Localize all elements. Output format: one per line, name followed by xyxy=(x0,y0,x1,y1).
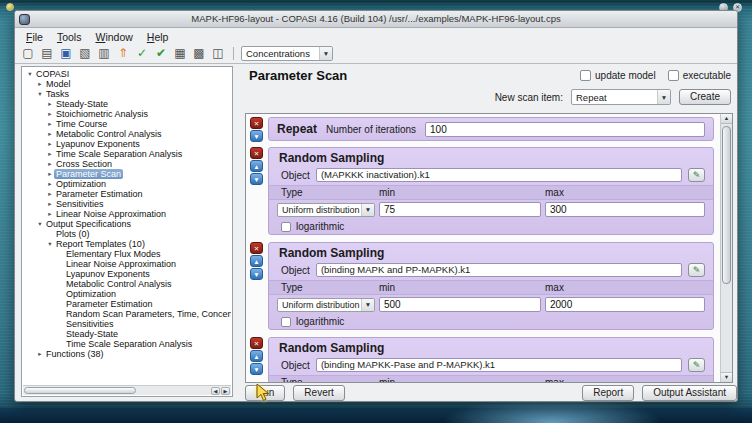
distribution-dropdown[interactable]: Uniform distribution▼ xyxy=(277,203,375,217)
tree-item-sensitivities[interactable]: ▸Sensitivities xyxy=(23,199,231,209)
title-bar[interactable]: MAPK-HF96-layout - COPASI 4.16 (Build 10… xyxy=(15,11,737,28)
collapsed-arrow-icon[interactable]: ▸ xyxy=(36,80,44,88)
scrollbar-thumb[interactable] xyxy=(722,126,731,284)
create-button[interactable]: Create xyxy=(679,89,731,105)
tree-item-steady-state[interactable]: Steady-State xyxy=(23,329,231,339)
distribution-dropdown[interactable]: Uniform distribution▼ xyxy=(277,298,375,312)
remove-scan-item-button[interactable]: ✕ xyxy=(250,337,263,349)
new-scan-item-dropdown[interactable]: Repeat ▼ xyxy=(571,89,671,105)
collapsed-arrow-icon[interactable]: ▸ xyxy=(46,200,54,208)
menu-file[interactable]: File xyxy=(19,31,50,43)
min-input[interactable] xyxy=(379,297,541,312)
expanded-arrow-icon[interactable]: ▾ xyxy=(26,70,34,78)
down-scan-item-button[interactable]: ▼ xyxy=(250,130,263,142)
check-all-icon[interactable]: ✔ xyxy=(153,46,169,62)
down-scan-item-button[interactable]: ▼ xyxy=(250,363,263,375)
iterations-input[interactable] xyxy=(425,122,705,137)
slider-icon[interactable]: ◫ xyxy=(210,46,226,62)
collapsed-arrow-icon[interactable]: ▸ xyxy=(46,120,54,128)
collapsed-arrow-icon[interactable]: ▸ xyxy=(46,170,54,178)
tree-item-linear-noise-approximation[interactable]: ▸Linear Noise Approximation xyxy=(23,209,231,219)
tree-item-report-templates-10[interactable]: ▾Report Templates (10) xyxy=(23,239,231,249)
object-value-field[interactable]: (binding MAPKK-Pase and P-MAPKK).k1 xyxy=(316,358,682,372)
tree-item-sensitivities[interactable]: Sensitivities xyxy=(23,319,231,329)
run-button[interactable]: Run xyxy=(245,385,285,401)
tree-item-tasks[interactable]: ▾Tasks xyxy=(23,89,231,99)
tree-item-parameter-scan[interactable]: ▸Parameter Scan xyxy=(23,169,231,179)
up-scan-item-button[interactable]: ▲ xyxy=(250,350,263,362)
tree-item-copasi[interactable]: ▾COPASI xyxy=(23,69,231,79)
save-icon[interactable]: ▣ xyxy=(58,46,74,62)
menu-window[interactable]: Window xyxy=(88,31,139,43)
scrollbar-thumb[interactable] xyxy=(24,387,136,394)
print-icon[interactable]: ▥ xyxy=(96,46,112,62)
remove-scan-item-button[interactable]: ✕ xyxy=(250,117,263,129)
tree-item-lyapunov-exponents[interactable]: ▸Lyapunov Exponents xyxy=(23,139,231,149)
tree-item-steady-state[interactable]: ▸Steady-State xyxy=(23,99,231,109)
collapsed-arrow-icon[interactable]: ▸ xyxy=(46,100,54,108)
scroll-right-button[interactable]: ▶ xyxy=(221,387,230,395)
min-input[interactable] xyxy=(379,202,541,217)
logarithmic-checkbox[interactable] xyxy=(281,222,291,232)
tree-item-model[interactable]: ▸Model xyxy=(23,79,231,89)
collapsed-arrow-icon[interactable]: ▸ xyxy=(46,140,54,148)
tree-item-time-scale-separation-analysis[interactable]: ▸Time Scale Separation Analysis xyxy=(23,149,231,159)
remove-scan-item-button[interactable]: ✕ xyxy=(250,147,263,159)
object-picker-button[interactable]: ✎ xyxy=(688,263,705,277)
collapsed-arrow-icon[interactable]: ▸ xyxy=(46,210,54,218)
vertical-scrollbar[interactable]: ▲ ▼ xyxy=(720,114,732,382)
menu-tools[interactable]: Tools xyxy=(50,31,89,43)
tree-item-cross-section[interactable]: ▸Cross Section xyxy=(23,159,231,169)
remove-scan-item-button[interactable]: ✕ xyxy=(250,242,263,254)
collapsed-arrow-icon[interactable]: ▸ xyxy=(46,190,54,198)
report-button[interactable]: Report xyxy=(582,385,634,401)
new-document-icon[interactable]: ▢ xyxy=(20,46,36,62)
matrix-large-icon[interactable]: ▩ xyxy=(191,46,207,62)
collapsed-arrow-icon[interactable]: ▸ xyxy=(46,110,54,118)
tree-item-elementary-flux-modes[interactable]: Elementary Flux Modes xyxy=(23,249,231,259)
tree-item-lyapunov-exponents[interactable]: Lyapunov Exponents xyxy=(23,269,231,279)
expanded-arrow-icon[interactable]: ▾ xyxy=(36,90,44,98)
tree-item-metabolic-control-analysis[interactable]: ▸Metabolic Control Analysis xyxy=(23,129,231,139)
collapsed-arrow-icon[interactable]: ▸ xyxy=(46,160,54,168)
concentrations-dropdown[interactable]: Concentrations ▼ xyxy=(241,46,333,61)
tree-item-stoichiometric-analysis[interactable]: ▸Stoichiometric Analysis xyxy=(23,109,231,119)
tree-item-output-specifications[interactable]: ▾Output Specifications xyxy=(23,219,231,229)
tree-item-random-scan-parameters-time-concentrations[interactable]: Random Scan Parameters, Time, Concentrat… xyxy=(23,309,231,319)
max-input[interactable] xyxy=(545,202,705,217)
commit-icon[interactable]: ⇑ xyxy=(115,46,131,62)
up-scan-item-button[interactable]: ▲ xyxy=(250,160,263,172)
up-scan-item-button[interactable]: ▲ xyxy=(250,255,263,267)
matrix-icon[interactable]: ▦ xyxy=(172,46,188,62)
tree-item-metabolic-control-analysis[interactable]: Metabolic Control Analysis xyxy=(23,279,231,289)
executable-checkbox[interactable] xyxy=(668,70,679,81)
update-model-checkbox[interactable] xyxy=(580,70,591,81)
down-scan-item-button[interactable]: ▼ xyxy=(250,173,263,185)
check-model-icon[interactable]: ✓ xyxy=(134,46,150,62)
scroll-up-button[interactable]: ▲ xyxy=(721,114,732,124)
tree-item-functions-38[interactable]: ▸Functions (38) xyxy=(23,349,231,359)
collapsed-arrow-icon[interactable]: ▸ xyxy=(46,180,54,188)
collapsed-arrow-icon[interactable]: ▸ xyxy=(46,130,54,138)
open-document-icon[interactable]: ▤ xyxy=(39,46,55,62)
expanded-arrow-icon[interactable]: ▾ xyxy=(36,220,44,228)
tree-item-parameter-estimation[interactable]: ▸Parameter Estimation xyxy=(23,189,231,199)
tree-item-optimization[interactable]: ▸Optimization xyxy=(23,179,231,189)
max-input[interactable] xyxy=(545,297,705,312)
logarithmic-checkbox[interactable] xyxy=(281,317,291,327)
object-value-field[interactable]: (MAPKKK inactivation).k1 xyxy=(316,168,682,182)
expanded-arrow-icon[interactable]: ▾ xyxy=(46,240,54,248)
revert-button[interactable]: Revert xyxy=(293,385,344,401)
scroll-left-button[interactable]: ◀ xyxy=(211,387,220,395)
tree-item-parameter-estimation[interactable]: Parameter Estimation xyxy=(23,299,231,309)
tree-horizontal-scrollbar[interactable]: ◀ ▶ xyxy=(23,385,231,395)
collapsed-arrow-icon[interactable]: ▸ xyxy=(36,350,44,358)
tree-item-time-course[interactable]: ▸Time Course xyxy=(23,119,231,129)
save-as-icon[interactable]: ▧ xyxy=(77,46,93,62)
scroll-down-button[interactable]: ▼ xyxy=(721,372,732,382)
tree-item-plots-0[interactable]: Plots (0) xyxy=(23,229,231,239)
tree-item-optimization[interactable]: Optimization xyxy=(23,289,231,299)
object-value-field[interactable]: (binding MAPK and PP-MAPKK).k1 xyxy=(316,263,682,277)
menu-help[interactable]: Help xyxy=(140,31,176,43)
object-picker-button[interactable]: ✎ xyxy=(688,358,705,372)
